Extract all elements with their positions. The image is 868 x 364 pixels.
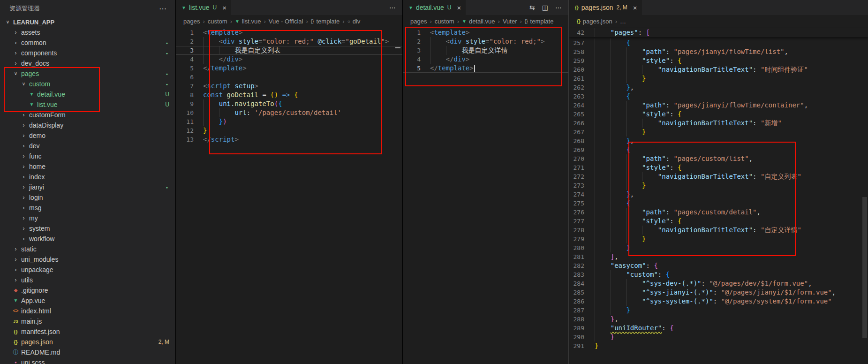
code-line[interactable]: 285"^sys-jianyi-(.*)": "@/pages/jianyi/$… [569,288,868,297]
code-line[interactable]: 264"path": "pages/jianyi/flowTime/contai… [569,101,868,110]
scrollbar-thumb[interactable] [862,197,867,338]
sticky-scroll-line[interactable]: 42"pages": [ [569,28,868,37]
code-line[interactable]: 11}) [176,117,402,126]
code-line[interactable]: 276"path": "pages/custom/detail", [569,208,868,217]
close-icon[interactable]: × [222,4,226,12]
tree-folder-system[interactable]: ›system [0,223,175,234]
tree-folder-my[interactable]: ›my [0,213,175,223]
breadcrumb-item[interactable]: template [316,18,340,25]
code-line[interactable]: 268}, [569,136,868,145]
tree-folder-common[interactable]: ›common● [0,38,175,48]
code-line[interactable]: 270"path": "pages/custom/list", [569,154,868,163]
tree-folder-func[interactable]: ›func [0,151,175,161]
tree-folder-dev[interactable]: ›dev [0,141,175,151]
tab-pages.json[interactable]: {}pages.json2, M× [569,0,642,15]
code-line[interactable]: 9uni.navigateTo({ [176,99,402,108]
breadcrumb-item[interactable]: detail.vue [469,18,495,25]
tree-folder-components[interactable]: ›components● [0,48,175,58]
code-line[interactable]: 283"custom": { [569,270,868,279]
code-line[interactable]: 278"navigationBarTitleText": "自定义详情" [569,226,868,235]
code-line[interactable]: 272"navigationBarTitleText": "自定义列表" [569,172,868,181]
code-line[interactable]: 266"navigationBarTitleText": "新增" [569,119,868,128]
tree-folder-custom[interactable]: ∨custom● [0,79,175,89]
code-line[interactable]: 257{ [569,38,868,47]
code-line[interactable]: 12} [176,126,402,135]
tree-folder-workflow[interactable]: ›workflow [0,234,175,244]
code-line[interactable]: 3我是自定义详情 [403,46,568,55]
code-line[interactable]: 281], [569,252,868,261]
code-line[interactable]: 6 [176,73,402,82]
breadcrumb-item[interactable]: custom [435,18,454,25]
tab-detail.vue[interactable]: ▼detail.vueU× [403,0,466,15]
code-line[interactable]: 271"style": { [569,163,868,172]
code-line[interactable]: 5</template> [403,64,568,73]
code-line[interactable]: 2<div style="color: red;"> [403,37,568,46]
code-line[interactable]: 274}, [569,190,868,199]
code-line[interactable]: 4</div> [176,55,402,64]
breadcrumb-item[interactable]: pages [410,18,427,25]
code-line[interactable]: 284"^sys-dev-(.*)": "@/pages/dev/$1/form… [569,279,868,288]
code-line[interactable]: 1<template> [176,28,402,37]
code-line[interactable]: 258"path": "pages/jianyi/flowTime/list", [569,47,868,56]
breadcrumb-item[interactable]: pages.json [583,18,612,25]
code-line[interactable]: 286"^sys-system-(.*)": "@/pages/system/$… [569,297,868,306]
tree-file-App.vue[interactable]: ▼App.vue [0,296,175,306]
code-line[interactable]: 260"navigationBarTitleText": "时间组件验证" [569,65,868,74]
code-line[interactable]: 3我是自定义列表 [176,46,402,55]
breadcrumb-item[interactable]: custom [208,18,227,25]
code-line[interactable]: 273} [569,181,868,190]
code-line[interactable]: 1<template> [403,28,568,37]
tree-folder-assets[interactable]: ›assets [0,27,175,38]
code-line[interactable]: 263{ [569,92,868,101]
tree-folder-home[interactable]: ›home [0,161,175,172]
tree-folder-pages[interactable]: ∨pages● [0,68,175,79]
breadcrumb-item[interactable]: template [530,18,554,25]
tree-folder-customForm[interactable]: ›customForm [0,110,175,120]
breadcrumb-item[interactable]: div [353,18,361,25]
tree-folder-msg[interactable]: ›msg [0,203,175,213]
close-icon[interactable]: × [633,4,637,12]
tree-file-main.js[interactable]: JSmain.js [0,316,175,326]
tree-folder-demo[interactable]: ›demo [0,130,175,141]
code-line[interactable]: 280} [569,243,868,252]
tree-file-manifest.json[interactable]: {}manifest.json [0,326,175,337]
tree-file-index.html[interactable]: <>index.html [0,306,175,316]
tree-file-uni.scss[interactable]: ●uni.scss [0,357,175,364]
code-line[interactable]: 5</template> [176,64,402,73]
code-line[interactable]: 259"style": { [569,56,868,65]
breadcrumb-item[interactable]: list.vue [242,18,261,25]
tree-file-pages.json[interactable]: {}pages.json2, M [0,337,175,347]
breadcrumb-item[interactable]: Vue - Official [269,18,303,25]
code-line[interactable]: 290} [569,333,868,341]
code-line[interactable]: 288}, [569,315,868,324]
code-line[interactable]: 13</script> [176,135,402,144]
breadcrumb-item[interactable]: … [620,18,626,25]
tree-folder-jianyi[interactable]: ›jianyi● [0,182,175,192]
close-icon[interactable]: × [457,4,461,12]
tree-folder-uni_modules[interactable]: ›uni_modules [0,254,175,265]
code-line[interactable]: 287} [569,306,868,315]
code-line[interactable]: 279} [569,235,868,243]
tree-folder-static[interactable]: ›static [0,244,175,254]
code-line[interactable]: 282"easycom": { [569,261,868,270]
code-line[interactable]: 4</div> [403,55,568,64]
breadcrumb-item[interactable]: Vuter [503,18,517,25]
code-line[interactable]: 267} [569,128,868,136]
tree-file-.gitignore[interactable]: ◆.gitignore [0,285,175,296]
tree-folder-index[interactable]: ›index [0,172,175,182]
split-editor-icon[interactable]: ◫ [542,4,548,11]
code-line[interactable]: 269{ [569,145,868,154]
more-actions-icon[interactable]: ⋯ [159,4,167,13]
tree-folder-LEARUN_APP[interactable]: ∨LEARUN_APP [0,17,175,27]
tab-list.vue[interactable]: ▼list.vueU× [176,0,232,15]
code-line[interactable]: 7<script setup> [176,82,402,91]
more-actions-icon[interactable]: ⋯ [389,4,396,11]
breadcrumb-item[interactable]: pages [183,18,200,25]
code-line[interactable]: 261} [569,74,868,83]
code-line[interactable]: 275{ [569,199,868,208]
tree-folder-login[interactable]: ›login [0,192,175,203]
tree-folder-dev_docs[interactable]: ›dev_docs [0,58,175,68]
code-line[interactable]: 262}, [569,83,868,92]
tree-file-list.vue[interactable]: ▼list.vueU [0,99,175,110]
more-actions-icon[interactable]: ⋯ [555,4,562,11]
